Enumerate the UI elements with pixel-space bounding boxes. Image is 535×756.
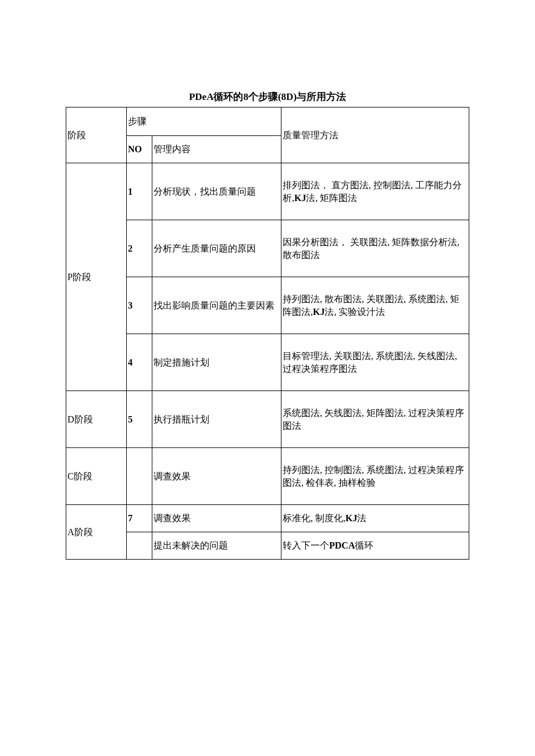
table-row: P阶段 1 分析现状，找出质量问题 排列图法， 直方图法, 控制图法, 工序能力…: [66, 163, 469, 220]
table-row: 3 找出影响质量问题的主要因素 持列图法, 散布图法, 关联图法, 系统图法, …: [66, 277, 469, 334]
header-content: 管理内容: [152, 136, 281, 163]
cell-content: 分析产生质量问题的原因: [152, 220, 281, 277]
table-row: 2 分析产生质量问题的原因 因果分析图法， 关联图法, 矩阵数据分析法, 散布图…: [66, 220, 469, 277]
table-row: A阶段 7 调查效果 标准化, 制度化,KJ法: [66, 505, 469, 532]
phase-c: C阶段: [66, 448, 127, 505]
cell-no: 3: [127, 277, 152, 334]
cell-content: 制定措施计划: [152, 334, 281, 391]
cell-content: 执行措瓶计划: [152, 391, 281, 448]
document-title: PDeA循环的8个步骤(8D)与所用方法: [66, 90, 469, 103]
table-header-row: 阶段 步骤 质量管理方法: [66, 108, 469, 136]
header-method: 质量管理方法: [281, 108, 469, 163]
cell-no: 7: [127, 505, 152, 532]
header-phase: 阶段: [66, 108, 127, 163]
pdca-table: 阶段 步骤 质量管理方法 NO 管理内容 P阶段 1 分析现状，找出质量问题 排…: [66, 107, 469, 560]
cell-content: 调查效果: [152, 505, 281, 532]
cell-no: 2: [127, 220, 152, 277]
cell-no: [127, 448, 152, 505]
cell-no: 5: [127, 391, 152, 448]
cell-method: 转入下一个PDCA循环: [281, 532, 469, 560]
phase-d: D阶段: [66, 391, 127, 448]
cell-content: 调查效果: [152, 448, 281, 505]
cell-method: 因果分析图法， 关联图法, 矩阵数据分析法, 散布图法: [281, 220, 469, 277]
cell-method: 标准化, 制度化,KJ法: [281, 505, 469, 532]
cell-no: [127, 532, 152, 560]
cell-method: 排列图法， 直方图法, 控制图法, 工序能力分析,KJ法, 矩阵图法: [281, 163, 469, 220]
cell-content: 分析现状，找出质量问题: [152, 163, 281, 220]
table-row: 提出未解决的问题 转入下一个PDCA循环: [66, 532, 469, 560]
table-row: 4 制定措施计划 目标管理法, 关联图法, 系统图法, 矢线图法, 过程决策程序…: [66, 334, 469, 391]
table-row: D阶段 5 执行措瓶计划 系统图法, 矢线图法, 矩阵图法, 过程决策程序图法: [66, 391, 469, 448]
cell-content: 提出未解决的问题: [152, 532, 281, 560]
cell-method: 目标管理法, 关联图法, 系统图法, 矢线图法, 过程决策程序图法: [281, 334, 469, 391]
cell-no: 1: [127, 163, 152, 220]
phase-a: A阶段: [66, 505, 127, 560]
phase-p: P阶段: [66, 163, 127, 391]
cell-content: 找出影响质量问题的主要因素: [152, 277, 281, 334]
cell-method: 持列图法, 控制图法, 系统图法, 过程决策程序图法, 检仹表, 抽样检验: [281, 448, 469, 505]
cell-method: 持列图法, 散布图法, 关联图法, 系统图法, 矩阵图法,KJ法, 实验设汁法: [281, 277, 469, 334]
table-row: C阶段 调查效果 持列图法, 控制图法, 系统图法, 过程决策程序图法, 检仹表…: [66, 448, 469, 505]
header-no: NO: [127, 136, 152, 163]
header-step: 步骤: [127, 108, 281, 136]
cell-no: 4: [127, 334, 152, 391]
cell-method: 系统图法, 矢线图法, 矩阵图法, 过程决策程序图法: [281, 391, 469, 448]
